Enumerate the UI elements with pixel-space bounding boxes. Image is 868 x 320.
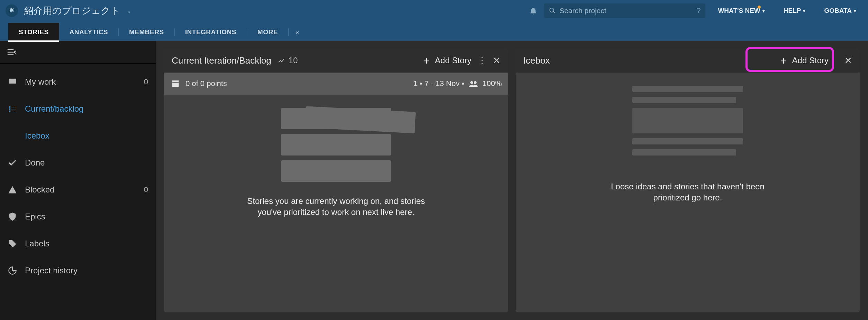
sidebar-count: 0 xyxy=(144,77,148,86)
empty-state-text: Stories you are currently working on, an… xyxy=(246,196,426,218)
sidebar-label: Done xyxy=(25,158,45,168)
shield-icon xyxy=(8,212,17,222)
search-input[interactable] xyxy=(559,7,693,15)
sidebar-item-epics[interactable]: Epics xyxy=(0,203,156,230)
velocity-indicator[interactable]: 10 xyxy=(278,56,298,65)
panel-close-icon[interactable]: ✕ xyxy=(844,55,852,66)
sidebar-item-my-work[interactable]: My work 0 xyxy=(0,68,156,95)
plus-icon: ＋ xyxy=(778,54,789,68)
collapse-nav-icon[interactable]: « xyxy=(289,25,306,41)
help-menu[interactable]: HELP ▾ xyxy=(777,7,812,15)
people-icon xyxy=(469,80,478,87)
sidebar-collapse[interactable] xyxy=(0,41,156,64)
project-title[interactable]: 紹介用のプロジェクト ▾ xyxy=(24,4,130,17)
sidebar-item-blocked[interactable]: Blocked 0 xyxy=(0,176,156,203)
svg-point-0 xyxy=(470,81,473,84)
panel-title: Icebox xyxy=(523,55,550,66)
tab-more[interactable]: MORE xyxy=(247,23,288,41)
tab-integrations-label: INTEGRATIONS xyxy=(185,28,236,36)
plus-icon: ＋ xyxy=(421,54,432,68)
search-box[interactable]: ? xyxy=(544,3,705,18)
whats-new-badge xyxy=(758,6,761,9)
empty-illustration xyxy=(281,108,391,182)
tag-icon xyxy=(8,239,17,248)
add-story-button[interactable]: ＋ Add Story xyxy=(778,54,829,68)
sidebar-item-current-backlog[interactable]: Current/backlog xyxy=(0,95,156,122)
user-menu[interactable]: GOBATA ▾ xyxy=(818,7,862,15)
sidebar-item-done[interactable]: Done xyxy=(0,149,156,176)
tab-analytics-label: ANALYTICS xyxy=(70,28,108,36)
iteration-points: 0 of 0 points xyxy=(186,79,227,88)
tab-members-label: MEMBERS xyxy=(129,28,164,36)
boards-area: Current Iteration/Backlog 10 ＋ Add Story… xyxy=(156,41,868,320)
sidebar-label: Epics xyxy=(25,212,45,222)
snowflake-icon xyxy=(8,131,17,141)
search-help-icon[interactable]: ? xyxy=(696,6,700,15)
tab-more-label: MORE xyxy=(257,28,278,36)
add-story-label: Add Story xyxy=(435,56,471,65)
svg-point-1 xyxy=(474,81,477,84)
sidebar-item-history[interactable]: Project history xyxy=(0,257,156,284)
panel-icebox: Icebox ＋ Add Story ✕ Loose ideas and sto… xyxy=(516,48,860,312)
main-area: My work 0 Current/backlog Icebox Done Bl… xyxy=(0,41,868,320)
notifications-bell-icon[interactable] xyxy=(529,6,538,15)
tab-stories[interactable]: STORIES xyxy=(8,23,59,41)
trend-icon xyxy=(278,56,286,65)
whats-new-label: WHAT'S NEW xyxy=(718,7,760,15)
iteration-range: 1 • 7 - 13 Nov • xyxy=(413,79,464,88)
add-story-label: Add Story xyxy=(792,56,829,65)
tab-integrations[interactable]: INTEGRATIONS xyxy=(175,23,247,41)
panel-close-icon[interactable]: ✕ xyxy=(493,55,500,66)
project-tabs: STORIES ANALYTICS MEMBERS INTEGRATIONS M… xyxy=(0,21,868,41)
sidebar-item-labels[interactable]: Labels xyxy=(0,230,156,257)
sidebar-count: 0 xyxy=(144,185,148,194)
whats-new-menu[interactable]: WHAT'S NEW ▾ xyxy=(712,7,771,15)
project-title-text: 紹介用のプロジェクト xyxy=(24,6,120,16)
calendar-icon xyxy=(170,78,181,89)
sidebar-label: Project history xyxy=(25,266,78,275)
velocity-value: 10 xyxy=(289,56,298,65)
history-icon xyxy=(8,266,17,275)
empty-illustration xyxy=(632,86,743,160)
app-logo[interactable] xyxy=(6,4,18,17)
monitor-icon xyxy=(8,77,17,87)
chevron-down-icon: ▾ xyxy=(803,8,805,13)
tab-analytics[interactable]: ANALYTICS xyxy=(59,23,118,41)
sidebar-item-icebox[interactable]: Icebox xyxy=(0,122,156,149)
tab-members[interactable]: MEMBERS xyxy=(119,23,174,41)
iteration-percent: 100% xyxy=(482,79,502,88)
panel-current-backlog: Current Iteration/Backlog 10 ＋ Add Story… xyxy=(164,48,508,312)
sidebar-label: Blocked xyxy=(25,185,54,195)
panel-title: Current Iteration/Backlog xyxy=(172,55,271,66)
chevron-down-icon: ▾ xyxy=(762,8,765,13)
iteration-bar[interactable]: 0 of 0 points 1 • 7 - 13 Nov • 100% xyxy=(164,73,508,95)
sidebar-label: Current/backlog xyxy=(25,104,83,114)
warning-icon xyxy=(8,185,17,195)
panel-body: Stories you are currently working on, an… xyxy=(164,95,508,312)
search-icon xyxy=(549,7,556,14)
sidebar-label: Icebox xyxy=(25,131,49,141)
panel-header: Icebox ＋ Add Story ✕ xyxy=(516,48,860,73)
sidebar-label: Labels xyxy=(25,239,49,248)
check-icon xyxy=(8,158,17,168)
list-icon xyxy=(8,104,17,114)
sidebar-label: My work xyxy=(25,77,56,87)
topbar: 紹介用のプロジェクト ▾ ? WHAT'S NEW ▾ HELP ▾ GOBAT… xyxy=(0,0,868,21)
help-label: HELP xyxy=(784,7,801,15)
user-label: GOBATA xyxy=(824,7,852,15)
project-caret-icon: ▾ xyxy=(128,10,130,15)
tab-stories-label: STORIES xyxy=(19,28,49,36)
panel-header: Current Iteration/Backlog 10 ＋ Add Story… xyxy=(164,48,508,73)
add-story-button[interactable]: ＋ Add Story xyxy=(421,54,471,68)
panel-body: Loose ideas and stories that haven't bee… xyxy=(516,73,860,312)
empty-state-text: Loose ideas and stories that haven't bee… xyxy=(598,181,778,204)
panel-menu-icon[interactable]: ⋮ xyxy=(478,55,487,66)
sidebar: My work 0 Current/backlog Icebox Done Bl… xyxy=(0,41,156,320)
chevron-down-icon: ▾ xyxy=(854,8,856,13)
